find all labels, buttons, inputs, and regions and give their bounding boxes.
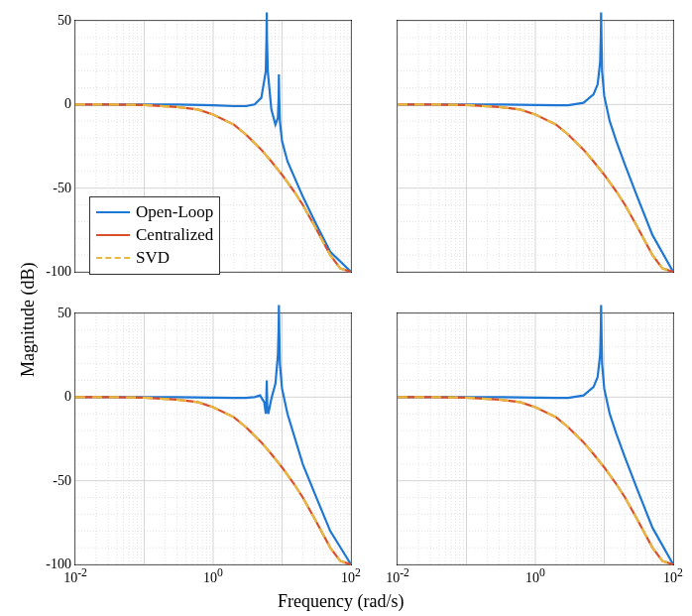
x-tick: 10-2 bbox=[63, 564, 87, 586]
panel-u2-y2: 10-2100102 bbox=[397, 312, 674, 565]
panel-u1-y2: -100-5005010-2100102 bbox=[74, 312, 352, 565]
y-tick: -50 bbox=[53, 181, 75, 196]
y-axis-label: Magnitude (dB) bbox=[18, 263, 39, 377]
legend-label: SVD bbox=[136, 247, 170, 270]
legend-item-centralized: Centralized bbox=[96, 224, 213, 247]
legend-swatch bbox=[96, 257, 130, 259]
bode-figure: Magnitude (dB) Frequency (rad/s) -100-50… bbox=[0, 0, 692, 616]
legend-item-open-loop: Open-Loop bbox=[96, 201, 213, 224]
x-axis-label: Frequency (rad/s) bbox=[278, 591, 404, 612]
y-tick: 0 bbox=[64, 389, 75, 405]
legend-swatch bbox=[96, 234, 130, 236]
x-tick: 102 bbox=[341, 564, 361, 586]
y-tick: 50 bbox=[58, 13, 75, 29]
legend-label: Open-Loop bbox=[136, 201, 213, 224]
x-tick: 100 bbox=[203, 564, 223, 586]
legend-item-svd: SVD bbox=[96, 247, 213, 270]
x-tick: 10-2 bbox=[386, 564, 409, 586]
legend-label: Centralized bbox=[136, 224, 213, 247]
x-tick: 102 bbox=[663, 564, 683, 586]
y-tick: -100 bbox=[46, 264, 75, 280]
legend-swatch bbox=[96, 211, 130, 213]
y-tick: 50 bbox=[58, 306, 75, 321]
legend: Open-Loop Centralized SVD bbox=[89, 196, 220, 275]
x-tick: 100 bbox=[525, 564, 545, 586]
y-tick: -50 bbox=[53, 473, 75, 489]
panel-u2-y1 bbox=[397, 20, 674, 273]
y-tick: 0 bbox=[64, 96, 75, 112]
